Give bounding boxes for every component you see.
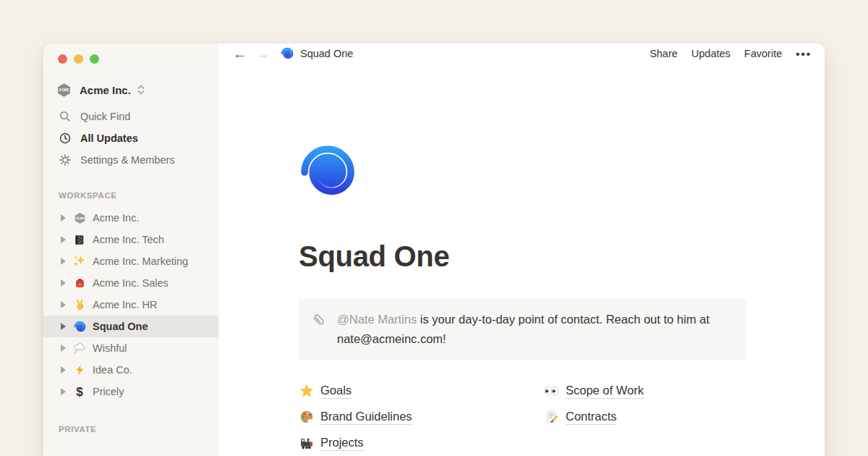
palette-emoji: [299, 410, 314, 425]
expand-caret-icon[interactable]: [61, 301, 66, 308]
sidebar-item-all-updates[interactable]: All Updates: [43, 127, 218, 149]
back-arrow-icon[interactable]: ←: [233, 47, 247, 61]
sidebar-page-pricely[interactable]: $ Pricely: [43, 381, 218, 402]
page-title[interactable]: Squad One: [299, 239, 825, 274]
expand-caret-icon[interactable]: [61, 214, 66, 221]
minimize-button[interactable]: [74, 54, 83, 64]
sidebar-item-label: Quick Find: [80, 111, 130, 122]
page-label: Acme Inc. HR: [93, 299, 157, 311]
sparkles-emoji: [72, 254, 87, 269]
sidebar-page-acme-hr[interactable]: Acme Inc. HR: [43, 294, 218, 316]
paperclip-icon: [310, 311, 328, 329]
page-label: Idea Co.: [93, 364, 132, 376]
sidebar-page-wishful[interactable]: Wishful: [43, 337, 218, 359]
page-label: Squad One: [93, 321, 148, 332]
page-label: Pricely: [93, 386, 124, 397]
sidebar-page-idea-co[interactable]: Idea Co.: [43, 359, 218, 381]
expand-caret-icon[interactable]: [61, 323, 66, 330]
link-brand-guidelines[interactable]: Brand Guidelines: [299, 410, 544, 425]
link-contracts[interactable]: Contracts: [544, 410, 761, 425]
page-label: Acme Inc. Sales: [93, 277, 169, 289]
callout-block[interactable]: @Nate Martins is your day-to-day point o…: [299, 298, 746, 360]
page-icon-cyclone[interactable]: [299, 143, 357, 201]
sidebar-item-label: Settings & Members: [80, 154, 175, 166]
workspace-tree: Acme Inc. Acme Inc. Tech: [43, 207, 218, 402]
page-label: Acme Inc. Marketing: [93, 256, 188, 267]
cyclone-emoji: [72, 319, 87, 334]
dollar-emoji: $: [72, 384, 87, 399]
expand-caret-icon[interactable]: [61, 388, 66, 395]
close-button[interactable]: [58, 54, 67, 64]
sidebar-menu: Quick Find All Updates: [43, 106, 218, 171]
zoom-button[interactable]: [90, 54, 99, 64]
link-label[interactable]: Contracts: [566, 410, 617, 425]
eyes-emoji: [544, 384, 559, 399]
memo-emoji: [544, 410, 559, 425]
sidebar-item-quick-find[interactable]: Quick Find: [43, 106, 218, 127]
sidebar-item-settings-members[interactable]: Settings & Members: [43, 149, 218, 171]
clock-icon: [59, 132, 72, 145]
link-label[interactable]: Goals: [320, 384, 352, 399]
share-button[interactable]: Share: [650, 48, 678, 59]
sidebar-item-label: All Updates: [80, 132, 138, 144]
thought-balloon-emoji: [72, 341, 87, 355]
link-goals[interactable]: Goals: [299, 384, 544, 399]
lightning-emoji: [72, 363, 87, 377]
forward-arrow-icon[interactable]: →: [256, 47, 270, 61]
expand-caret-icon[interactable]: [61, 279, 66, 287]
acme-badge-icon: [72, 211, 87, 225]
backpack-emoji: [72, 276, 87, 290]
link-label[interactable]: Scope of Work: [566, 384, 644, 399]
more-menu-button[interactable]: •••: [796, 48, 812, 60]
expand-caret-icon[interactable]: [61, 236, 66, 243]
acme-badge-icon: [56, 83, 72, 98]
sidebar-page-acme-marketing[interactable]: Acme Inc. Marketing: [43, 250, 218, 272]
victory-hand-emoji: [72, 297, 87, 312]
topbar: ← → Squad One Share Updates Favorite •••: [218, 43, 825, 64]
locomotive-emoji: [299, 436, 314, 451]
page-label: Acme Inc. Tech: [93, 234, 164, 245]
star-emoji: [299, 384, 314, 399]
private-section-label: PRIVATE: [59, 425, 218, 436]
chevron-up-down-icon: [137, 84, 145, 96]
user-mention[interactable]: @Nate Martins: [337, 313, 417, 326]
main-pane: ← → Squad One Share Updates Favorite •••…: [218, 43, 825, 456]
gear-icon: [59, 153, 72, 166]
link-label[interactable]: Brand Guidelines: [320, 410, 412, 425]
cyclone-emoji: [281, 47, 294, 60]
sidebar-page-squad-one[interactable]: Squad One: [43, 316, 218, 337]
sidebar-page-acme-tech[interactable]: Acme Inc. Tech: [43, 229, 218, 250]
favorite-button[interactable]: Favorite: [744, 48, 782, 59]
workspace-switcher[interactable]: Acme Inc.: [56, 80, 218, 100]
workspace-name: Acme Inc.: [80, 84, 131, 96]
expand-caret-icon[interactable]: [61, 258, 66, 265]
breadcrumb-title[interactable]: Squad One: [300, 48, 353, 59]
page-content: Squad One @Nate Martins is your day-to-d…: [218, 64, 825, 456]
link-scope-of-work[interactable]: Scope of Work: [544, 384, 761, 399]
updates-button[interactable]: Updates: [692, 48, 731, 59]
sidebar-page-acme-sales[interactable]: Acme Inc. Sales: [43, 272, 218, 294]
window-controls: [58, 54, 218, 64]
link-label[interactable]: Projects: [320, 436, 364, 451]
page-label: Wishful: [93, 342, 127, 354]
page-links: Goals Scope of Work: [299, 378, 825, 456]
workspace-section-label: WORKSPACE: [59, 191, 218, 203]
page-label: Acme Inc.: [93, 212, 139, 224]
expand-caret-icon[interactable]: [61, 366, 66, 373]
sidebar-page-acme-inc[interactable]: Acme Inc.: [43, 207, 218, 229]
notebook-emoji: [72, 232, 87, 247]
search-icon: [59, 110, 72, 123]
notion-window: Acme Inc. Quick Find All Updates: [43, 43, 825, 456]
sidebar: Acme Inc. Quick Find All Updates: [43, 43, 218, 456]
link-projects[interactable]: Projects: [299, 436, 544, 451]
expand-caret-icon[interactable]: [61, 345, 66, 352]
callout-text: @Nate Martins is your day-to-day point o…: [337, 310, 732, 349]
